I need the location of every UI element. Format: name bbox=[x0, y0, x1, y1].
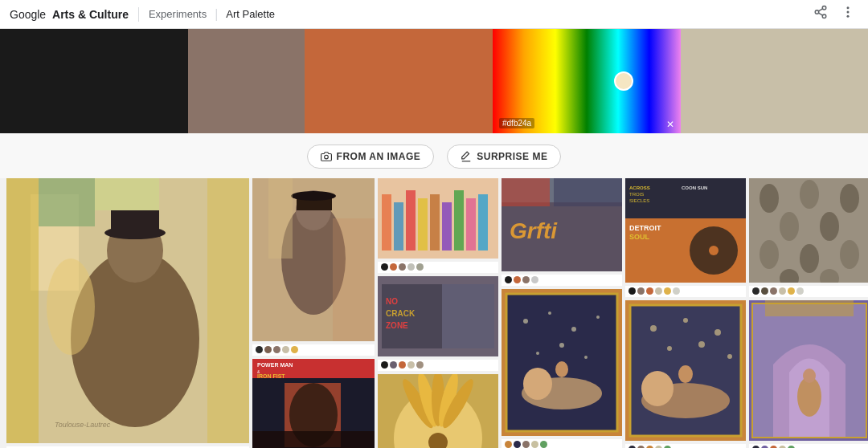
gallery-item-miniature[interactable] bbox=[502, 289, 622, 436]
nav-experiments[interactable]: Experiments bbox=[149, 8, 207, 20]
swatch-black[interactable] bbox=[0, 29, 188, 133]
gallery-item-album[interactable]: ACROSS TROIS SIECLES COON SUN DETROIT SO… bbox=[625, 178, 746, 283]
artwork-mughal-svg bbox=[749, 300, 868, 441]
svg-point-77 bbox=[536, 352, 539, 355]
swatch-taupe[interactable] bbox=[188, 29, 305, 133]
svg-point-73 bbox=[523, 319, 528, 324]
artwork-3-svg bbox=[378, 178, 498, 259]
gallery-col-1: Toulouse-Lautrec bbox=[6, 178, 249, 448]
gallery-item-graffiti[interactable]: Grfti bbox=[502, 178, 622, 271]
svg-rect-22 bbox=[95, 178, 159, 210]
svg-point-30 bbox=[291, 191, 336, 201]
color-dot bbox=[522, 276, 530, 283]
svg-point-81 bbox=[523, 368, 552, 400]
dots-row-no-crack bbox=[378, 360, 498, 371]
color-dot bbox=[505, 441, 512, 448]
svg-point-114 bbox=[760, 240, 779, 269]
color-dot bbox=[796, 287, 804, 295]
svg-point-78 bbox=[559, 343, 564, 348]
color-dot bbox=[637, 287, 645, 295]
from-image-button[interactable]: FROM AN IMAGE bbox=[307, 145, 435, 169]
svg-rect-21 bbox=[39, 178, 95, 226]
gallery-item-mughal[interactable] bbox=[749, 300, 868, 441]
svg-point-105 bbox=[678, 365, 693, 383]
color-dot bbox=[788, 287, 795, 295]
surprise-me-label: SURPRISE ME bbox=[477, 151, 547, 162]
dots-row-miniature bbox=[502, 439, 622, 448]
svg-point-8 bbox=[324, 155, 328, 159]
svg-point-100 bbox=[667, 346, 672, 351]
color-dot bbox=[540, 441, 547, 448]
gallery-col-4: Grfti bbox=[502, 178, 622, 448]
color-dot bbox=[655, 287, 662, 295]
svg-point-109 bbox=[760, 184, 779, 213]
color-dot bbox=[761, 287, 768, 295]
swatch-rainbow[interactable]: #dfb24a ✕ bbox=[493, 29, 681, 133]
logo-arts-text: Arts & Culture bbox=[52, 8, 129, 21]
from-image-label: FROM AN IMAGE bbox=[337, 151, 421, 162]
dots-row-album bbox=[625, 286, 746, 297]
artwork-miniature-svg bbox=[502, 289, 622, 436]
gallery-item-power-man[interactable]: POWER MAN & IRON FIST bbox=[252, 359, 375, 448]
gallery-item-no-crack[interactable]: NO CRACK ZONE bbox=[378, 276, 498, 356]
svg-rect-40 bbox=[252, 431, 375, 448]
svg-text:ZONE: ZONE bbox=[386, 321, 408, 330]
svg-point-82 bbox=[555, 361, 568, 377]
svg-point-98 bbox=[683, 318, 688, 323]
dots-row-mughal bbox=[749, 444, 868, 448]
svg-point-6 bbox=[847, 11, 850, 14]
svg-rect-47 bbox=[430, 194, 440, 250]
color-dot bbox=[256, 346, 263, 353]
dots-row-textile bbox=[749, 286, 868, 297]
svg-rect-44 bbox=[394, 202, 403, 250]
color-dot bbox=[390, 361, 397, 369]
share-button[interactable] bbox=[810, 2, 831, 26]
swatch-sand[interactable] bbox=[681, 29, 869, 133]
svg-point-99 bbox=[714, 329, 721, 336]
svg-point-104 bbox=[641, 371, 674, 406]
gallery-item-2[interactable] bbox=[252, 178, 375, 341]
color-dot bbox=[416, 361, 424, 369]
svg-rect-31 bbox=[268, 178, 293, 259]
svg-rect-32 bbox=[333, 218, 375, 341]
gallery-item-textile[interactable] bbox=[749, 178, 868, 283]
svg-text:SIECLES: SIECLES bbox=[629, 198, 649, 203]
svg-rect-57 bbox=[442, 284, 494, 348]
header: Google Arts & Culture Experiments | Art … bbox=[0, 0, 868, 29]
svg-text:POWER MAN: POWER MAN bbox=[257, 362, 293, 368]
color-picker-circle[interactable] bbox=[614, 71, 633, 91]
nav-art-palette[interactable]: Art Palette bbox=[226, 8, 275, 20]
swatch-orange[interactable] bbox=[305, 29, 493, 133]
gallery-item-fan[interactable] bbox=[378, 374, 498, 448]
color-dot bbox=[407, 263, 415, 271]
gallery-item-3[interactable] bbox=[378, 178, 498, 259]
color-dot bbox=[779, 287, 786, 295]
gallery: Toulouse-Lautrec bbox=[0, 178, 868, 448]
svg-point-94 bbox=[709, 246, 719, 255]
gallery-col-5: ACROSS TROIS SIECLES COON SUN DETROIT SO… bbox=[625, 178, 746, 448]
color-dot bbox=[291, 346, 298, 353]
color-dot bbox=[531, 276, 538, 283]
svg-text:ACROSS: ACROSS bbox=[629, 185, 650, 190]
svg-rect-45 bbox=[406, 190, 416, 250]
artwork-2-svg bbox=[252, 178, 375, 341]
gallery-item-1[interactable]: Toulouse-Lautrec bbox=[6, 178, 249, 443]
svg-point-23 bbox=[47, 259, 95, 355]
color-dot bbox=[770, 287, 777, 295]
svg-text:CRACK: CRACK bbox=[386, 309, 416, 318]
more-button[interactable] bbox=[837, 2, 858, 26]
swatch-hex-label: #dfb24a bbox=[499, 118, 534, 128]
svg-text:COON SUN: COON SUN bbox=[682, 185, 707, 190]
svg-line-3 bbox=[818, 13, 822, 15]
logo-google-text: Google bbox=[10, 8, 46, 21]
gallery-col-2: POWER MAN & IRON FIST bbox=[252, 178, 375, 448]
more-icon bbox=[841, 5, 855, 19]
color-dot bbox=[752, 287, 760, 295]
color-dot bbox=[282, 346, 289, 353]
svg-text:IRON FIST: IRON FIST bbox=[257, 373, 285, 379]
swatch-delete-btn[interactable]: ✕ bbox=[666, 119, 674, 130]
color-dot bbox=[407, 361, 415, 369]
surprise-me-button[interactable]: SURPRISE ME bbox=[447, 145, 561, 169]
gallery-item-miniature-2[interactable] bbox=[625, 300, 746, 441]
gallery-grid: Toulouse-Lautrec bbox=[6, 178, 862, 448]
